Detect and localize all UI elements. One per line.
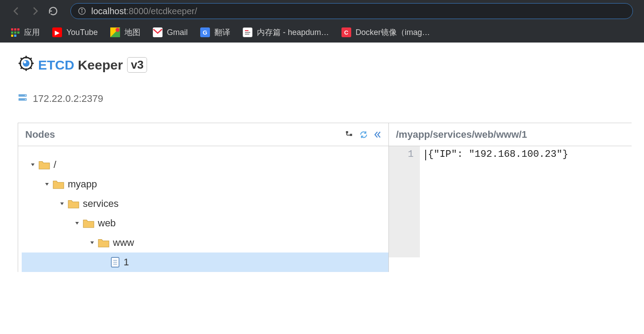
title-rest: Keeper (78, 58, 123, 73)
panels: Nodes / (18, 123, 632, 272)
svg-marker-32 (75, 222, 79, 225)
text-cursor (425, 150, 426, 160)
browser-chrome: localhost:8000/etcdkeeper/ 应用 ▶ YouTube … (0, 0, 644, 43)
tree-node-1[interactable]: 1 (22, 252, 388, 272)
app-body: ETCD Keeper v3 172.22.0.2:2379 Nodes (0, 43, 644, 272)
url-path: /etcdkeeper/ (148, 6, 197, 16)
tree-label: www (113, 237, 134, 249)
tree-node-www[interactable]: www (22, 233, 388, 252)
bookmark-docker[interactable]: C Docker镜像（imag… (341, 27, 430, 38)
back-button[interactable] (11, 6, 22, 16)
editor-text: {"IP": "192.168.100.23"} (426, 149, 568, 160)
svg-marker-31 (60, 202, 64, 205)
panel-left-header: Nodes (18, 123, 388, 146)
c-red-icon: C (341, 27, 351, 37)
svg-point-2 (81, 9, 82, 10)
svg-line-17 (30, 58, 32, 60)
svg-point-19 (23, 60, 29, 66)
reload-button[interactable] (48, 6, 58, 16)
gmail-icon (153, 27, 163, 37)
key-path: /myapp/services/web/www/1 (396, 129, 527, 140)
value-editor[interactable]: 1 {"IP": "192.168.100.23"} (389, 146, 632, 257)
svg-point-24 (25, 99, 26, 100)
bookmark-gmail[interactable]: Gmail (153, 27, 188, 37)
server-icon (18, 93, 27, 105)
info-icon (78, 7, 86, 15)
file-icon (110, 256, 120, 268)
bookmark-label: Gmail (167, 28, 188, 37)
url-text: localhost:8000/etcdkeeper/ (91, 6, 197, 16)
forward-button[interactable] (30, 6, 40, 16)
translate-icon: G (200, 27, 210, 37)
bookmark-heapdump[interactable]: 内存篇 - heapdum… (243, 27, 329, 38)
svg-marker-33 (90, 241, 94, 244)
tree-label: myapp (68, 179, 97, 190)
bookmark-label: Docker镜像（imag… (356, 27, 430, 38)
cnblogs-icon (243, 27, 252, 37)
tree-label: services (83, 198, 119, 210)
folder-icon (83, 218, 94, 228)
bookmark-label: 应用 (24, 27, 40, 38)
tree: / myapp services web (18, 146, 388, 272)
svg-marker-30 (45, 183, 49, 186)
maps-icon (110, 27, 120, 37)
bookmark-youtube[interactable]: ▶ YouTube (52, 27, 98, 37)
bookmark-maps[interactable]: 地图 (110, 27, 140, 38)
gear-eye-icon (18, 55, 35, 75)
svg-rect-26 (350, 134, 352, 136)
expander-icon[interactable] (74, 220, 80, 226)
svg-marker-29 (31, 163, 35, 166)
panel-right-header: /myapp/services/web/www/1 (389, 123, 632, 146)
bookmark-label: 内存篇 - heapdum… (257, 27, 329, 38)
server-address: 172.22.0.2:2379 (33, 93, 103, 105)
editor-gutter: 1 (389, 146, 420, 257)
youtube-icon: ▶ (52, 27, 62, 37)
panel-right: /myapp/services/web/www/1 1 {"IP": "192.… (389, 123, 632, 272)
nodes-label: Nodes (25, 129, 55, 140)
tree-label: / (54, 159, 56, 171)
url-host: localhost (91, 6, 126, 16)
apps-icon (11, 28, 19, 37)
folder-icon (39, 160, 50, 170)
tree-label: 1 (124, 256, 129, 268)
bookmark-translate[interactable]: G 翻译 (200, 27, 230, 38)
nav-row: localhost:8000/etcdkeeper/ (0, 0, 644, 22)
bookmark-label: 地图 (124, 27, 140, 38)
url-port: :8000 (126, 6, 148, 16)
svg-point-23 (25, 95, 26, 96)
svg-point-20 (23, 61, 26, 63)
svg-point-5 (116, 28, 120, 32)
version-badge[interactable]: v3 (127, 57, 147, 73)
folder-icon (98, 238, 109, 248)
collapse-icon[interactable] (373, 131, 381, 139)
bookmark-label: 翻译 (214, 27, 230, 38)
refresh-icon[interactable] (359, 130, 368, 139)
expander-icon[interactable] (44, 181, 50, 187)
bookmark-apps[interactable]: 应用 (11, 27, 40, 38)
expander-icon[interactable] (89, 240, 95, 246)
svg-line-15 (21, 58, 23, 60)
bookmarks-bar: 应用 ▶ YouTube 地图 Gmail G 翻译 内存篇 - heapdu (0, 22, 644, 43)
editor-content[interactable]: {"IP": "192.168.100.23"} (420, 146, 574, 257)
tree-node-web[interactable]: web (22, 214, 388, 233)
svg-line-16 (30, 67, 32, 69)
bookmark-label: YouTube (66, 28, 98, 37)
tree-node-root[interactable]: / (22, 155, 388, 175)
svg-line-18 (21, 67, 23, 69)
expander-icon[interactable] (30, 162, 36, 168)
hierarchy-icon[interactable] (345, 130, 354, 139)
folder-icon (53, 179, 64, 189)
server-row: 172.22.0.2:2379 (18, 93, 632, 105)
tree-label: web (98, 217, 116, 229)
tree-node-services[interactable]: services (22, 194, 388, 214)
app-title: ETCD Keeper v3 (18, 55, 632, 75)
url-bar[interactable]: localhost:8000/etcdkeeper/ (70, 3, 633, 19)
tree-node-myapp[interactable]: myapp (22, 175, 388, 194)
expander-icon[interactable] (59, 201, 65, 207)
line-number: 1 (408, 149, 414, 160)
svg-rect-25 (346, 131, 348, 133)
panel-left: Nodes / (18, 123, 389, 272)
brand-text: ETCD (38, 58, 74, 73)
folder-icon (68, 199, 79, 209)
